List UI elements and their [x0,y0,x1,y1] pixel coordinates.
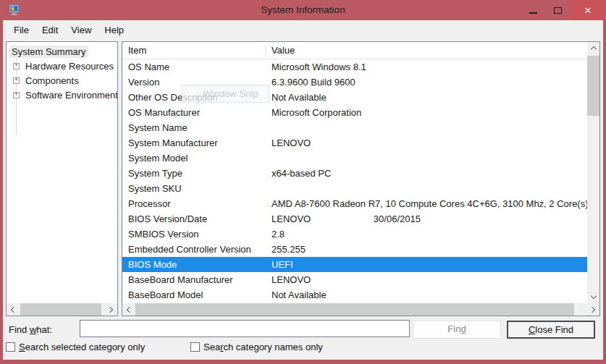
tree-item[interactable]: +Hardware Resources [7,59,117,73]
scroll-up-button[interactable] [587,42,599,54]
column-header-value[interactable]: Value [266,45,587,56]
close-button[interactable]: ✕ [570,0,606,20]
value-cell: UEFI [266,259,587,270]
scrollbar-thumb[interactable] [135,303,574,316]
tree-item[interactable]: +Components [7,73,117,88]
chevron-down-icon [590,293,596,299]
item-cell: BIOS Mode [122,259,266,270]
search-options-row: Search selected category only Search cat… [3,339,603,357]
find-bar: Find what: Find Close Find [3,318,603,340]
minimize-icon [529,12,537,14]
table-row[interactable]: BaseBoard ModelNot Available [122,287,587,302]
value-cell: LENOVO 30/06/2015 [266,213,587,224]
table-row[interactable]: System ManufacturerLENOVO [122,135,587,151]
table-row[interactable]: ProcessorAMD A8-7600 Radeon R7, 10 Compu… [122,196,587,211]
table-horizontal-scrollbar[interactable] [122,303,599,316]
chevron-right-icon [589,306,595,312]
find-what-label: Find what: [9,324,52,335]
table-row[interactable]: Embedded Controller Version255.255 [122,242,587,257]
table-row[interactable]: System Name [122,120,587,135]
table-row[interactable]: BIOS ModeUEFI [122,257,587,272]
title-bar: System Information ✕ [0,0,606,20]
tree-item-label: Software Environment [23,89,118,101]
item-cell: BaseBoard Model [122,289,266,300]
tree-item-label: System Summary [9,46,88,58]
vertical-scrollbar[interactable] [587,42,599,303]
tree-item-label: Components [23,75,81,87]
column-header-item[interactable]: Item [122,44,266,57]
checkbox-icon[interactable] [190,342,200,352]
tree-item[interactable]: +Software Environment [7,88,117,102]
scrollbar-thumb[interactable] [20,303,101,316]
scrollbar-track[interactable] [135,303,587,316]
menu-item-file[interactable]: File [7,22,35,38]
search-category-names-checkbox[interactable]: Search category names only [190,342,323,352]
value-cell: 255.255 [266,244,587,255]
chevron-up-icon [590,46,596,52]
menu-bar: FileEditViewHelp [3,20,603,40]
item-cell: System Manufacturer [122,137,266,148]
scrollbar-track[interactable] [19,303,105,316]
table-row[interactable]: System SKU [122,181,587,196]
item-cell: System Model [122,153,266,164]
tree-expander-plus-icon[interactable]: + [13,63,20,69]
close-icon: ✕ [584,5,592,16]
maximize-icon [554,7,562,14]
table-row[interactable]: BaseBoard ManufacturerLENOVO [122,272,587,287]
tree-item-label: Hardware Resources [23,60,116,72]
find-button[interactable]: Find [413,321,501,339]
table-row[interactable]: OS ManufacturerMicrosoft Corporation [122,105,587,120]
value-cell: LENOVO [266,274,587,285]
item-cell: BaseBoard Manufacturer [122,274,266,285]
item-cell: System Type [122,168,266,179]
scroll-left-button[interactable] [7,303,19,316]
value-cell: Not Available [266,289,587,300]
scrollbar-thumb[interactable] [587,56,599,116]
value-cell: Microsoft Windows 8.1 [266,62,587,72]
value-cell: Microsoft Corporation [266,107,587,118]
table-row[interactable]: SMBIOS Version2.8 [122,227,587,242]
scroll-down-button[interactable] [587,291,599,303]
menu-item-view[interactable]: View [64,22,98,38]
category-tree: System Summary+Hardware Resources+Compon… [7,42,117,102]
snip-tooltip-overlay: Window Snip [182,85,269,103]
value-cell: 2.8 [266,229,587,240]
tree-expander-plus-icon[interactable]: + [13,92,20,98]
tree-horizontal-scrollbar[interactable] [7,303,117,316]
checkbox-label: Search category names only [203,342,323,352]
find-input[interactable] [80,320,410,337]
table-row[interactable]: BIOS Version/DateLENOVO 30/06/2015 [122,211,587,227]
checkbox-label: Search selected category only [19,342,145,352]
value-cell: LENOVO [266,137,587,148]
item-cell: Processor [122,198,266,209]
scroll-left-button[interactable] [122,303,135,316]
window-border-left [0,20,3,364]
chevron-right-icon [107,306,113,312]
scroll-right-button[interactable] [105,303,117,316]
item-cell: OS Name [122,62,266,72]
value-cell: 6.3.9600 Build 9600 [266,77,587,88]
item-cell: OS Manufacturer [122,107,266,118]
scrollbar-track[interactable] [587,54,599,291]
table-header: Item Value [122,42,587,59]
tree-expander-plus-icon[interactable]: + [13,77,20,84]
category-tree-pane: System Summary+Hardware Resources+Compon… [6,41,118,316]
table-row[interactable]: System Model [122,151,587,166]
window-border-bottom [0,360,606,364]
value-cell: x64-based PC [266,168,587,179]
item-cell: BIOS Version/Date [122,213,266,224]
value-cell: Not Available [266,92,587,103]
tree-item[interactable]: System Summary [7,44,117,59]
table-row[interactable]: OS NameMicrosoft Windows 8.1 [122,59,587,75]
item-cell: SMBIOS Version [122,229,266,240]
scroll-right-button[interactable] [587,303,599,316]
menu-item-help[interactable]: Help [98,22,130,38]
maximize-button[interactable] [545,0,570,20]
close-find-button[interactable]: Close Find [507,321,595,339]
window-border-right [603,20,606,364]
search-selected-category-checkbox[interactable]: Search selected category only [6,342,145,352]
minimize-button[interactable] [521,0,545,20]
checkbox-icon[interactable] [6,342,15,352]
menu-item-edit[interactable]: Edit [35,22,64,38]
table-row[interactable]: System Typex64-based PC [122,166,587,181]
